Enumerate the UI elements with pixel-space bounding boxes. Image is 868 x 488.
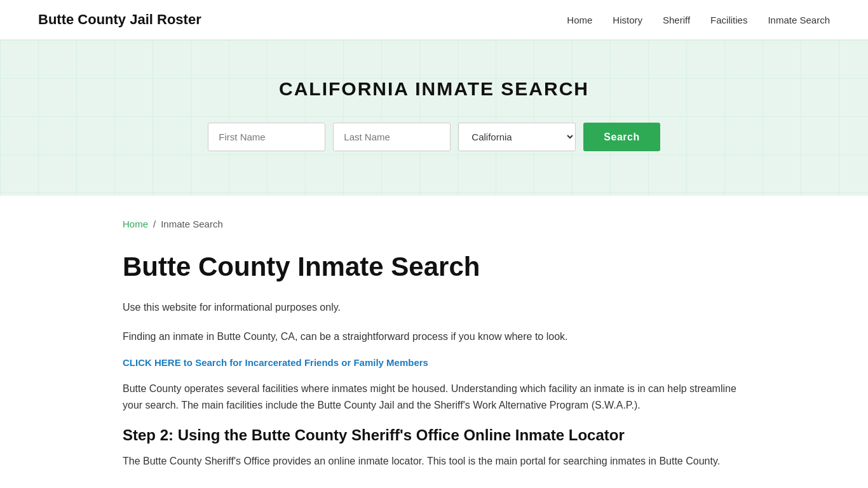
hero-heading: CALIFORNIA INMATE SEARCH — [13, 78, 855, 100]
nav-item-inmate-search[interactable]: Inmate Search — [768, 15, 830, 25]
main-nav: HomeHistorySheriffFacilitiesInmate Searc… — [567, 15, 830, 25]
last-name-input[interactable] — [333, 123, 451, 151]
search-button[interactable]: Search — [583, 123, 660, 151]
nav-item-home[interactable]: Home — [567, 15, 592, 25]
intro-para-2: Finding an inmate in Butte County, CA, c… — [123, 329, 745, 345]
intro-para-1: Use this website for informational purpo… — [123, 299, 745, 316]
hero-section: CALIFORNIA INMATE SEARCH AlabamaAlaskaAr… — [0, 40, 868, 196]
breadcrumb-separator: / — [153, 219, 156, 229]
nav-item-history[interactable]: History — [613, 15, 642, 25]
facilities-para: Butte County operates several facilities… — [123, 381, 745, 413]
site-header: Butte County Jail Roster HomeHistorySher… — [0, 0, 868, 40]
nav-item-sheriff[interactable]: Sheriff — [663, 15, 690, 25]
inmate-search-form: AlabamaAlaskaArizonaArkansasCaliforniaCo… — [13, 123, 855, 151]
state-select[interactable]: AlabamaAlaskaArizonaArkansasCaliforniaCo… — [458, 123, 576, 151]
site-logo[interactable]: Butte County Jail Roster — [38, 11, 201, 28]
step2-para: The Butte County Sheriff's Office provid… — [123, 453, 745, 470]
breadcrumb: Home / Inmate Search — [123, 219, 745, 229]
breadcrumb-home[interactable]: Home — [123, 219, 148, 229]
page-title: Butte County Inmate Search — [123, 252, 745, 281]
nav-item-facilities[interactable]: Facilities — [710, 15, 747, 25]
breadcrumb-current: Inmate Search — [161, 219, 223, 229]
step2-heading: Step 2: Using the Butte County Sheriff's… — [123, 426, 745, 445]
main-content: Home / Inmate Search Butte County Inmate… — [85, 196, 783, 488]
cta-search-link[interactable]: CLICK HERE to Search for Incarcerated Fr… — [123, 357, 428, 368]
first-name-input[interactable] — [208, 123, 325, 151]
